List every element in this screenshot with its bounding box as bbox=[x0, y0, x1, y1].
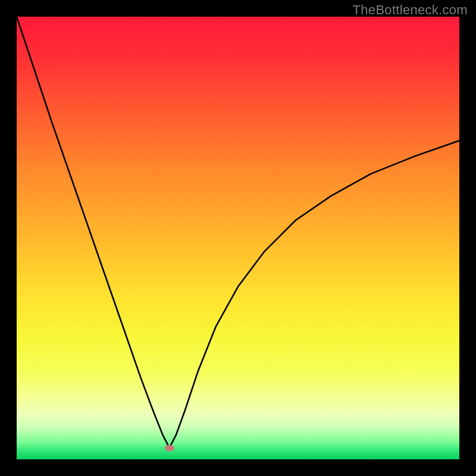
watermark-text: TheBottleneck.com bbox=[353, 2, 468, 18]
chart-frame: TheBottleneck.com bbox=[0, 0, 476, 476]
minimum-marker bbox=[165, 444, 174, 451]
bottleneck-curve bbox=[17, 17, 459, 448]
curve-svg bbox=[17, 17, 459, 459]
plot-area bbox=[17, 17, 459, 459]
